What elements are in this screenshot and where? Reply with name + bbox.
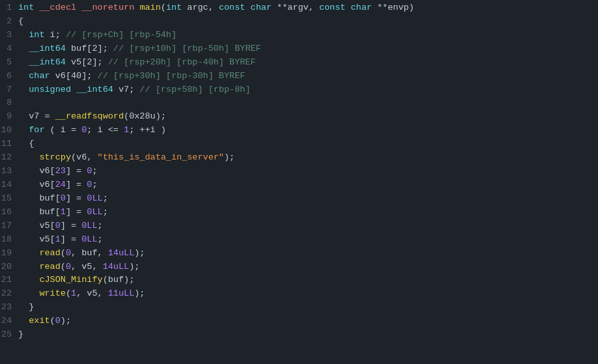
token-num: 0LL <box>87 207 102 217</box>
code-line: 17 v5[0] = 0LL; <box>0 219 598 233</box>
line-content: v5[1] = 0LL; <box>18 233 598 247</box>
code-line: 25} <box>0 328 598 342</box>
line-number: 15 <box>0 192 18 206</box>
token-cmt: // [rsp+58h] [rbp-8h] <box>139 85 250 94</box>
token-fn: __readfsqword <box>55 111 124 121</box>
token-plain <box>18 288 39 298</box>
token-fn: read <box>39 248 60 258</box>
token-kw: const <box>319 3 346 12</box>
token-kw: const <box>219 3 246 12</box>
token-cmt: // [rsp+10h] [rbp-50h] BYREF <box>113 44 261 53</box>
line-number: 12 <box>0 151 18 165</box>
token-plain: ] = <box>66 180 87 189</box>
token-plain: ); <box>134 288 145 298</box>
code-line: 14 v6[24] = 0; <box>0 178 598 192</box>
token-plain: (buf); <box>103 275 135 285</box>
token-plain: argc, <box>182 3 219 12</box>
line-content: int __cdecl __noreturn main(int argc, co… <box>18 1 598 15</box>
token-fn: main <box>139 3 160 12</box>
line-number: 25 <box>0 328 18 342</box>
token-plain: v7 = <box>18 111 55 121</box>
token-plain: ] = <box>61 221 81 231</box>
token-num: 0LL <box>81 221 97 231</box>
line-number: 11 <box>0 137 18 151</box>
token-fn: read <box>39 262 60 272</box>
token-plain <box>345 3 350 12</box>
token-num: 0LL <box>81 234 97 244</box>
line-number: 17 <box>0 219 18 233</box>
token-attr: __cdecl <box>39 3 76 12</box>
code-line: 15 buf[0] = 0LL; <box>0 192 598 206</box>
line-number: 18 <box>0 233 18 247</box>
token-plain: ; <box>98 234 103 244</box>
code-editor: 1int __cdecl __noreturn main(int argc, c… <box>0 0 598 364</box>
token-num: 0 <box>61 193 66 203</box>
line-content: v7 = __readfsqword(0x28u); <box>18 110 598 124</box>
token-plain: v6[40]; <box>50 71 98 81</box>
token-kw: char <box>351 3 372 12</box>
token-plain: v6[ <box>18 180 55 189</box>
line-content: for ( i = 0; i <= 1; ++i ) <box>18 124 598 137</box>
line-content: int i; // [rsp+Ch] [rbp-54h] <box>18 29 598 42</box>
token-kw: char <box>29 71 50 81</box>
line-content: read(0, v5, 14uLL); <box>18 260 598 274</box>
token-num: 1 <box>61 207 66 217</box>
line-content: unsigned __int64 v7; // [rsp+58h] [rbp-8… <box>18 83 598 97</box>
token-kw: for <box>29 125 44 135</box>
token-kw: __int64 <box>29 57 66 67</box>
line-content: } <box>18 328 598 342</box>
token-plain <box>71 85 76 94</box>
token-plain: **argv, <box>272 3 319 12</box>
token-cmt: // [rsp+20h] [rbp-40h] BYREF <box>108 57 256 67</box>
token-plain: , v5, <box>76 288 108 298</box>
line-content: v5[0] = 0LL; <box>18 219 598 233</box>
code-line: 7 unsigned __int64 v7; // [rsp+58h] [rbp… <box>0 83 598 97</box>
line-content: char v6[40]; // [rsp+30h] [rbp-30h] BYRE… <box>18 70 598 83</box>
token-plain: buf[ <box>18 207 61 217</box>
token-num: 0 <box>55 316 61 326</box>
token-plain: ; i <= <box>87 125 124 135</box>
token-plain <box>18 71 29 81</box>
token-num: 0 <box>55 221 61 231</box>
token-num: 14uLL <box>108 248 135 258</box>
token-kw: char <box>251 3 272 12</box>
line-number: 5 <box>0 56 18 70</box>
token-plain: ); <box>134 248 145 258</box>
token-plain <box>245 3 250 12</box>
token-plain <box>18 275 39 285</box>
token-num: 1 <box>55 234 61 244</box>
code-line: 9 v7 = __readfsqword(0x28u); <box>0 110 598 124</box>
token-kw: unsigned <box>29 85 71 94</box>
token-cmt: // [rsp+30h] [rbp-30h] BYREF <box>98 71 246 81</box>
line-content: v6[24] = 0; <box>18 178 598 192</box>
token-plain: (v6, <box>71 152 98 162</box>
line-content: __int64 v5[2]; // [rsp+20h] [rbp-40h] BY… <box>18 56 598 70</box>
code-line: 20 read(0, v5, 14uLL); <box>0 260 598 274</box>
line-number: 19 <box>0 247 18 260</box>
line-number: 16 <box>0 206 18 219</box>
token-plain: ; <box>92 166 97 176</box>
line-number: 9 <box>0 110 18 124</box>
token-plain <box>18 316 29 326</box>
token-plain: i; <box>45 30 66 40</box>
token-plain: ; <box>92 180 97 189</box>
token-plain: ( <box>161 3 166 12</box>
line-number: 6 <box>0 70 18 83</box>
line-content: buf[0] = 0LL; <box>18 192 598 206</box>
token-plain <box>18 248 39 258</box>
line-number: 2 <box>0 15 18 29</box>
token-plain: v7; <box>113 85 140 94</box>
token-plain: (0x28u); <box>124 111 166 121</box>
token-plain <box>18 57 29 67</box>
line-number: 24 <box>0 315 18 328</box>
token-plain <box>18 44 29 53</box>
token-plain: ] = <box>61 234 81 244</box>
line-content: } <box>18 301 598 315</box>
code-line: 19 read(0, buf, 14uLL); <box>0 247 598 260</box>
token-plain: ( <box>66 288 71 298</box>
token-plain: ] = <box>66 166 87 176</box>
code-line: 2{ <box>0 15 598 29</box>
line-number: 3 <box>0 29 18 42</box>
token-fn: cJSON_Minify <box>39 275 102 285</box>
token-fn: exit <box>29 316 50 326</box>
